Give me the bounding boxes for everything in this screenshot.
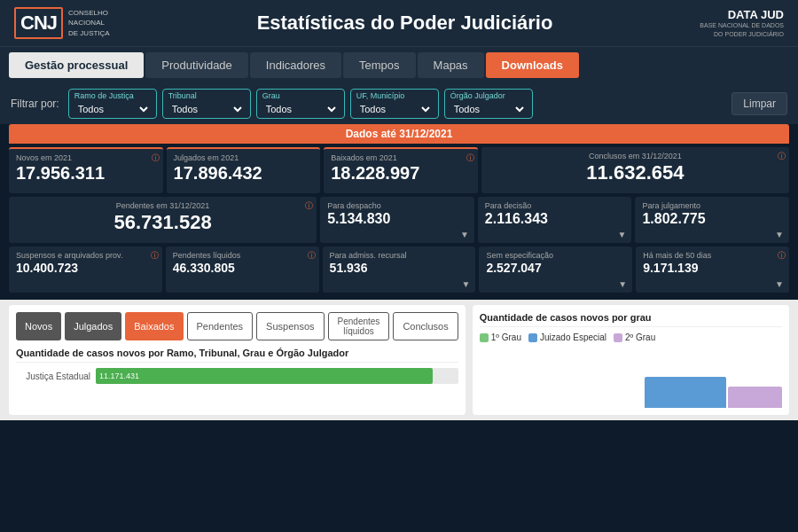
filter-ramo: Ramo de Justiça Todos: [68, 89, 157, 119]
legend-juizado: Juizado Especial: [528, 332, 606, 342]
filter-uf-select[interactable]: Todos: [356, 103, 433, 115]
down-icon-sem-esp: ▼: [618, 279, 627, 289]
grau-bar-chart: [480, 346, 782, 408]
logo-area: CNJ CONSELHO NACIONAL DE JUSTIÇA: [14, 7, 110, 39]
stats-row1: Novos em 2021 17.956.311 ⓘ Julgados em 2…: [9, 147, 789, 193]
data-period-header: Dados até 31/12/2021: [9, 124, 789, 144]
filter-grau-select[interactable]: Todos: [262, 103, 339, 115]
down-icon-julgamento: ▼: [775, 230, 784, 239]
cnj-logo-box: CNJ CONSELHO NACIONAL DE JUSTIÇA: [14, 7, 110, 39]
stat-para-despacho: Para despacho 5.134.830 ▼: [320, 197, 474, 243]
cnj-full-text: CONSELHO NACIONAL DE JUSTIÇA: [68, 8, 110, 38]
filter-bar: Filtrar por: Ramo de Justiça Todos Tribu…: [0, 83, 798, 124]
chart-buttons: Novos Julgados Baixados Pendentes Suspen…: [16, 312, 458, 340]
btn-pendentes[interactable]: Pendentes: [187, 312, 254, 340]
stat-baixados: Baixados em 2021 18.228.997 ⓘ: [324, 147, 478, 193]
stat-para-decisao: Para decisão 2.116.343 ▼: [478, 197, 632, 243]
info-icon-suspensos[interactable]: ⓘ: [151, 250, 159, 262]
nav-mapas[interactable]: Mapas: [418, 52, 484, 78]
main-stats: Dados até 31/12/2021 Novos em 2021 17.95…: [0, 124, 798, 300]
bar-2grau: [728, 387, 782, 409]
info-icon-50dias[interactable]: ⓘ: [778, 250, 786, 262]
info-icon-novos[interactable]: ⓘ: [152, 153, 160, 164]
legend-2grau: 2º Grau: [614, 332, 655, 342]
app-header: CNJ CONSELHO NACIONAL DE JUSTIÇA Estatís…: [0, 0, 798, 47]
info-icon-pend-liq[interactable]: ⓘ: [308, 250, 316, 262]
down-icon-recursal: ▼: [461, 279, 470, 289]
stat-julgados: Julgados em 2021 17.896.432: [167, 147, 321, 193]
filter-orgao-select[interactable]: Todos: [450, 103, 527, 115]
stat-pendentes: Pendentes em 31/12/2021 56.731.528 ⓘ: [9, 197, 317, 243]
down-icon-despacho: ▼: [460, 230, 469, 239]
nav-tempos[interactable]: Tempos: [343, 52, 416, 78]
cnj-abbr: CNJ: [20, 12, 57, 34]
btn-conclusos[interactable]: Conclusos: [393, 312, 458, 340]
bar-chart: Justiça Estadual 11.171.431: [16, 368, 458, 384]
stat-ha-mais-50: Há mais de 50 dias 9.171.139 ⓘ ▼: [636, 246, 789, 293]
filter-grau: Grau Todos: [256, 89, 345, 119]
grau-legend: 1º Grau Juizado Especial 2º Grau: [480, 332, 782, 342]
info-icon-conclusos[interactable]: ⓘ: [778, 151, 786, 162]
filter-tribunal-select[interactable]: Todos: [168, 103, 245, 115]
datajud-logo: DATA JUD BASE NACIONAL DE DADOSDO PODER …: [700, 8, 784, 37]
nav-downloads[interactable]: Downloads: [486, 52, 579, 78]
filter-orgao: Órgão Julgador Todos: [444, 89, 533, 119]
down-icon-50dias: ▼: [775, 279, 784, 289]
navigation-bar: Gestão processual Produtividade Indicado…: [0, 47, 798, 83]
info-icon-pendentes[interactable]: ⓘ: [305, 200, 313, 212]
bar-juizado: [645, 377, 726, 408]
stat-novos: Novos em 2021 17.956.311 ⓘ: [9, 147, 163, 193]
filter-label: Filtrar por:: [11, 98, 59, 110]
stat-sem-especificacao: Sem especificação 2.527.047 ▼: [479, 246, 632, 293]
bar-row-estadual: Justiça Estadual 11.171.431: [16, 368, 458, 384]
btn-pend-liquidos[interactable]: Pendenteslíquidos: [328, 312, 390, 340]
filter-group: Ramo de Justiça Todos Tribunal Todos Gra…: [68, 89, 727, 119]
legend-1grau: 1º Grau: [480, 332, 521, 342]
stat-pendentes-liquidos: Pendentes líquidos 46.330.805 ⓘ: [166, 246, 319, 293]
limpar-button[interactable]: Limpar: [732, 92, 787, 115]
stat-conclusos: Conclusos em 31/12/2021 11.632.654 ⓘ: [481, 147, 789, 193]
filter-uf: UF, Município Todos: [350, 89, 439, 119]
filter-tribunal: Tribunal Todos: [162, 89, 251, 119]
btn-novos[interactable]: Novos: [16, 312, 61, 340]
stat-suspensos: Suspensos e arquivados prov. 10.400.723 …: [9, 246, 162, 293]
right-chart-title: Quantidade de casos novos por grau: [480, 312, 782, 327]
btn-suspensos[interactable]: Suspensos: [256, 312, 324, 340]
filter-ramo-select[interactable]: Todos: [74, 103, 151, 115]
stat-para-julgamento: Para julgamento 1.802.775 ▼: [635, 197, 789, 243]
btn-julgados[interactable]: Julgados: [65, 312, 121, 340]
nav-indicadores[interactable]: Indicadores: [250, 52, 341, 78]
lower-section: Novos Julgados Baixados Pendentes Suspen…: [0, 300, 798, 420]
down-icon-decisao: ▼: [617, 230, 626, 239]
left-panel: Novos Julgados Baixados Pendentes Suspen…: [9, 305, 466, 415]
info-icon-baixados[interactable]: ⓘ: [466, 153, 474, 164]
nav-gestao[interactable]: Gestão processual: [9, 52, 144, 78]
stats-row2: Pendentes em 31/12/2021 56.731.528 ⓘ Par…: [9, 197, 789, 243]
right-panel: Quantidade de casos novos por grau 1º Gr…: [473, 305, 789, 415]
stats-row3: Suspensos e arquivados prov. 10.400.723 …: [9, 246, 789, 293]
page-title: Estatísticas do Poder Judiciário: [257, 12, 553, 35]
btn-baixados[interactable]: Baixados: [125, 312, 183, 340]
nav-produtividade[interactable]: Produtividade: [145, 52, 248, 78]
stat-admiss-recursal: Para admiss. recursal 51.936 ▼: [323, 246, 476, 293]
left-chart-title: Quantidade de casos novos por Ramo, Trib…: [16, 348, 458, 363]
